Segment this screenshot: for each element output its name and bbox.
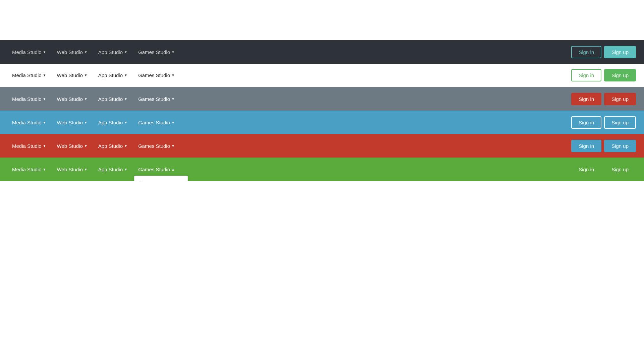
signup-button[interactable]: Sign up [604, 93, 636, 105]
games-studio-dropdown-wrapper: Games Studio▲NewsWindowsWindows Mobile [134, 164, 179, 175]
signin-button[interactable]: Sign in [571, 140, 601, 152]
nav-item-2-row-4[interactable]: App Studio▼ [94, 117, 131, 128]
nav-item-0-row-4[interactable]: Media Studio▼ [8, 117, 50, 128]
signin-button[interactable]: Sign in [571, 163, 601, 176]
navbar-row-6: Media Studio▼Web Studio▼App Studio▼Games… [0, 158, 644, 181]
nav-item-1-row-2[interactable]: Web Studio▼ [53, 70, 91, 81]
signin-button[interactable]: Sign in [571, 69, 601, 81]
dropdown-arrow-icon: ▼ [124, 144, 127, 148]
dropdown-arrow-icon: ▼ [124, 50, 127, 54]
nav-item-0-row-3[interactable]: Media Studio▼ [8, 94, 50, 105]
nav-item-label: App Studio [98, 96, 123, 102]
nav-item-label: App Studio [98, 120, 123, 125]
nav-item-label: Web Studio [57, 167, 83, 172]
navbar-row-1: Media Studio▼Web Studio▼App Studio▼Games… [0, 40, 644, 64]
nav-item-0-row-1[interactable]: Media Studio▼ [8, 47, 50, 58]
nav-links: Media Studio▼Web Studio▼App Studio▼Games… [8, 70, 290, 81]
signin-button[interactable]: Sign in [571, 116, 601, 129]
dropdown-arrow-icon: ▼ [171, 97, 175, 101]
navbar-row-4: Media Studio▼Web Studio▼App Studio▼Games… [0, 111, 644, 134]
nav-item-label: Games Studio [138, 72, 170, 78]
dropdown-arrow-icon: ▼ [43, 50, 46, 54]
dropdown-item-news[interactable]: News [135, 176, 187, 181]
nav-item-0-row-6[interactable]: Media Studio▼ [8, 164, 50, 175]
nav-item-label: App Studio [98, 72, 123, 78]
nav-item-3-row-4[interactable]: Games Studio▼ [134, 117, 179, 128]
dropdown-arrow-icon: ▼ [43, 73, 46, 77]
nav-item-0-row-2[interactable]: Media Studio▼ [8, 70, 50, 81]
nav-item-label: Web Studio [57, 96, 83, 102]
nav-item-2-row-2[interactable]: App Studio▼ [94, 70, 131, 81]
nav-item-1-row-1[interactable]: Web Studio▼ [53, 47, 91, 58]
signup-button[interactable]: Sign up [604, 69, 636, 81]
dropdown-arrow-icon: ▼ [124, 97, 127, 101]
dropdown-arrow-icon: ▼ [171, 121, 175, 124]
dropdown-arrow-icon: ▼ [84, 121, 88, 124]
dropdown-arrow-icon: ▼ [124, 121, 127, 124]
nav-item-label: App Studio [98, 49, 123, 55]
nav-links: Media Studio▼Web Studio▼App Studio▼Games… [8, 94, 290, 105]
dropdown-arrow-icon: ▲ [171, 168, 175, 171]
nav-item-label: Media Studio [12, 72, 42, 78]
nav-item-2-row-5[interactable]: App Studio▼ [94, 140, 131, 152]
dropdown-arrow-icon: ▼ [84, 144, 88, 148]
nav-item-label: Media Studio [12, 120, 42, 125]
nav-item-3-row-1[interactable]: Games Studio▼ [134, 47, 179, 58]
signup-button[interactable]: Sign up [604, 163, 636, 176]
nav-item-label: Games Studio [138, 96, 170, 102]
nav-item-label: App Studio [98, 143, 123, 149]
dropdown-arrow-icon: ▼ [84, 73, 88, 77]
dropdown-arrow-icon: ▼ [43, 168, 46, 171]
dropdown-arrow-icon: ▼ [171, 50, 175, 54]
nav-item-label: Games Studio [138, 167, 170, 172]
nav-item-1-row-3[interactable]: Web Studio▼ [53, 94, 91, 105]
nav-item-label: Web Studio [57, 120, 83, 125]
dropdown-arrow-icon: ▼ [43, 144, 46, 148]
dropdown-menu: NewsWindowsWindows Mobile [134, 176, 188, 181]
nav-actions: Sign inSign up [571, 46, 636, 58]
nav-item-label: Web Studio [57, 49, 83, 55]
nav-item-2-row-6[interactable]: App Studio▼ [94, 164, 131, 175]
nav-item-label: Media Studio [12, 167, 42, 172]
signin-button[interactable]: Sign in [571, 46, 601, 58]
nav-actions: Sign inSign up [571, 163, 636, 176]
nav-item-3-row-5[interactable]: Games Studio▼ [134, 140, 179, 152]
nav-links: Media Studio▼Web Studio▼App Studio▼Games… [8, 117, 290, 128]
nav-item-label: Web Studio [57, 72, 83, 78]
signup-button[interactable]: Sign up [604, 46, 636, 58]
signin-button[interactable]: Sign in [571, 93, 601, 105]
nav-item-label: Media Studio [12, 143, 42, 149]
nav-actions: Sign inSign up [571, 69, 636, 81]
nav-item-label: Games Studio [138, 143, 170, 149]
nav-item-2-row-3[interactable]: App Studio▼ [94, 94, 131, 105]
nav-item-games-studio-row-6[interactable]: Games Studio▲ [134, 164, 179, 175]
nav-item-label: Games Studio [138, 49, 170, 55]
nav-item-3-row-2[interactable]: Games Studio▼ [134, 70, 179, 81]
nav-actions: Sign inSign up [571, 140, 636, 152]
nav-item-1-row-6[interactable]: Web Studio▼ [53, 164, 91, 175]
dropdown-arrow-icon: ▼ [84, 50, 88, 54]
nav-item-label: Media Studio [12, 49, 42, 55]
navbar-row-2: Media Studio▼Web Studio▼App Studio▼Games… [0, 64, 644, 87]
dropdown-arrow-icon: ▼ [43, 97, 46, 101]
nav-actions: Sign inSign up [571, 116, 636, 129]
navbar-row-3: Media Studio▼Web Studio▼App Studio▼Games… [0, 87, 644, 111]
nav-item-1-row-5[interactable]: Web Studio▼ [53, 140, 91, 152]
nav-links: Media Studio▼Web Studio▼App Studio▼Games… [8, 47, 290, 58]
dropdown-arrow-icon: ▼ [43, 121, 46, 124]
dropdown-arrow-icon: ▼ [124, 168, 127, 171]
nav-item-label: App Studio [98, 167, 123, 172]
signup-button[interactable]: Sign up [604, 116, 636, 129]
nav-item-1-row-4[interactable]: Web Studio▼ [53, 117, 91, 128]
nav-item-0-row-5[interactable]: Media Studio▼ [8, 140, 50, 152]
dropdown-arrow-icon: ▼ [84, 97, 88, 101]
nav-item-3-row-3[interactable]: Games Studio▼ [134, 94, 179, 105]
nav-item-2-row-1[interactable]: App Studio▼ [94, 47, 131, 58]
nav-item-label: Games Studio [138, 120, 170, 125]
nav-item-label: Web Studio [57, 143, 83, 149]
dropdown-arrow-icon: ▼ [171, 144, 175, 148]
signup-button[interactable]: Sign up [604, 140, 636, 152]
dropdown-arrow-icon: ▼ [124, 73, 127, 77]
nav-links: Media Studio▼Web Studio▼App Studio▼Games… [8, 164, 290, 175]
nav-item-label: Media Studio [12, 96, 42, 102]
